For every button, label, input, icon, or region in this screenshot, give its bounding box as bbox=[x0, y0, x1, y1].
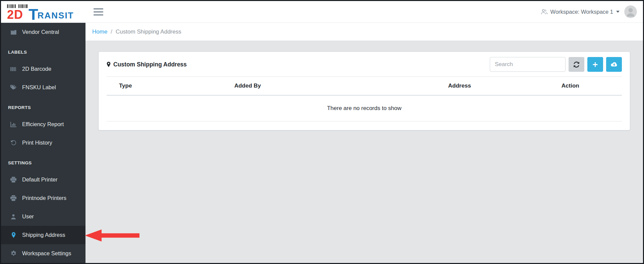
sidebar-item-label: FNSKU Label bbox=[22, 84, 56, 91]
column-header-type: Type bbox=[107, 77, 230, 96]
tags-icon bbox=[10, 85, 17, 90]
app-logo[interactable]: 2D T RANSIT bbox=[7, 3, 86, 20]
column-header-action: Action bbox=[519, 77, 622, 96]
records-table: TypeAdded ByAddressAction There are no r… bbox=[107, 76, 622, 121]
industry-icon bbox=[10, 29, 17, 35]
sidebar-section-reports: REPORTS bbox=[1, 97, 85, 115]
refresh-icon bbox=[573, 61, 580, 68]
sidebar-item-vendor-central[interactable]: Vendor Central bbox=[1, 23, 85, 41]
sidebar-item-label: 2D Barcode bbox=[22, 66, 51, 72]
main-area: Home / Custom Shipping Address Custom Sh… bbox=[85, 23, 643, 263]
sidebar-item-print-history[interactable]: Print History bbox=[1, 134, 85, 152]
breadcrumb-current: Custom Shipping Address bbox=[116, 29, 181, 35]
barcode-icon bbox=[10, 66, 17, 72]
column-header-added-by: Added By bbox=[230, 77, 400, 96]
shipping-address-card: Custom Shipping Address bbox=[98, 51, 630, 130]
empty-table-row: There are no records to show bbox=[107, 95, 622, 121]
chevron-down-icon bbox=[616, 11, 620, 13]
sidebar-item-label: Printnode Printers bbox=[22, 195, 66, 201]
header-right: Workspace: Workspace 1 bbox=[541, 5, 637, 18]
export-button[interactable] bbox=[606, 57, 622, 72]
sidebar-nav: Vendor CentralLABELS2D BarcodeFNSKU Labe… bbox=[1, 23, 85, 263]
sidebar-section-settings: SETTINGS bbox=[1, 152, 85, 170]
sidebar-item-shipping-address[interactable]: Shipping Address bbox=[1, 226, 85, 244]
breadcrumb-separator: / bbox=[111, 29, 112, 35]
table-header-row: TypeAdded ByAddressAction bbox=[107, 77, 622, 96]
card-title-text: Custom Shipping Address bbox=[113, 61, 187, 68]
empty-row-cell: There are no records to show bbox=[107, 95, 622, 121]
history-icon bbox=[10, 140, 17, 146]
printer-icon bbox=[10, 177, 17, 182]
avatar[interactable] bbox=[624, 5, 637, 18]
card-title: Custom Shipping Address bbox=[107, 61, 187, 68]
location-pin-icon bbox=[107, 62, 111, 67]
sidebar-item-label: User bbox=[22, 213, 34, 220]
sidebar-item-label: Vendor Central bbox=[22, 29, 59, 35]
sidebar-item-default-printer[interactable]: Default Printer bbox=[1, 170, 85, 189]
search-input[interactable] bbox=[490, 57, 566, 72]
sidebar-item-fnsku-label[interactable]: FNSKU Label bbox=[1, 78, 85, 97]
sidebar-item-label: Default Printer bbox=[22, 176, 57, 183]
sidebar-toggle-hamburger-icon[interactable] bbox=[92, 6, 105, 17]
users-icon bbox=[541, 9, 548, 15]
card-toolbar bbox=[490, 57, 622, 72]
logo-text-t: T bbox=[28, 8, 38, 20]
refresh-button[interactable] bbox=[569, 57, 584, 72]
sidebar-item-workspace-settings[interactable]: Workspace Settings bbox=[1, 244, 85, 263]
sidebar-item-label: Workspace Settings bbox=[22, 250, 71, 257]
cloud-download-icon bbox=[610, 62, 618, 67]
breadcrumb: Home / Custom Shipping Address bbox=[85, 23, 643, 41]
column-header-address: Address bbox=[400, 77, 519, 96]
gear-icon bbox=[10, 251, 17, 256]
breadcrumb-home-link[interactable]: Home bbox=[92, 29, 107, 35]
workspace-menu[interactable]: Workspace: Workspace 1 bbox=[541, 9, 620, 15]
printer-icon bbox=[10, 195, 17, 201]
content-area: Custom Shipping Address bbox=[85, 41, 643, 263]
logo-text-2d: 2D bbox=[7, 9, 23, 20]
app-frame: 2D T RANSIT Workspace: Workspace 1 Vendo… bbox=[0, 0, 644, 264]
plus-icon bbox=[592, 62, 598, 67]
sidebar-item-printnode-printers[interactable]: Printnode Printers bbox=[1, 189, 85, 207]
map-pin-icon bbox=[10, 232, 17, 238]
sidebar-item-label: Print History bbox=[22, 140, 52, 146]
workspace-label: Workspace: Workspace 1 bbox=[550, 9, 613, 15]
top-header: 2D T RANSIT Workspace: Workspace 1 bbox=[1, 1, 643, 23]
sidebar-item-label: Efficiency Report bbox=[22, 121, 64, 127]
sidebar-section-labels: LABELS bbox=[1, 41, 85, 60]
sidebar-item-2d-barcode[interactable]: 2D Barcode bbox=[1, 60, 85, 78]
card-header: Custom Shipping Address bbox=[107, 52, 622, 76]
sidebar-item-label: Shipping Address bbox=[22, 232, 65, 238]
bar-chart-icon bbox=[10, 122, 17, 127]
add-address-button[interactable] bbox=[587, 57, 603, 72]
user-icon bbox=[10, 214, 17, 219]
logo-text-transit: RANSIT bbox=[38, 11, 74, 20]
sidebar-item-efficiency-report[interactable]: Efficiency Report bbox=[1, 115, 85, 134]
sidebar-item-user[interactable]: User bbox=[1, 207, 85, 226]
